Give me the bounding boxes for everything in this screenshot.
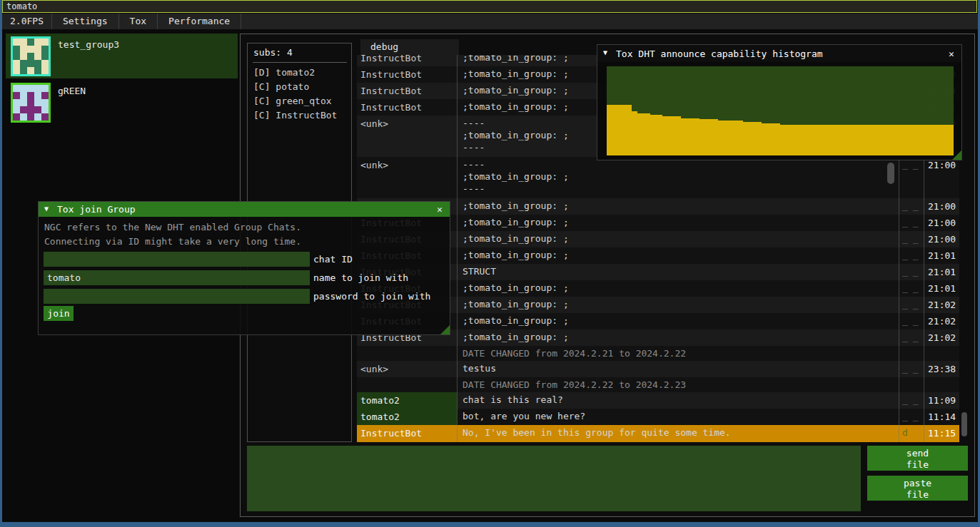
window-scrollbar-thumb[interactable] xyxy=(961,412,967,436)
chat-scrollbar-thumb[interactable] xyxy=(887,163,894,184)
histogram-bar xyxy=(941,125,947,155)
histogram-bar xyxy=(824,125,830,155)
close-icon[interactable]: ✕ xyxy=(434,204,445,215)
column-separator xyxy=(457,157,458,198)
paste-file-button[interactable]: paste file xyxy=(867,476,968,501)
column-separator xyxy=(457,377,458,392)
message-line: testus xyxy=(463,364,895,376)
sender-name: <unk> xyxy=(357,116,457,157)
avatar-pixel xyxy=(13,53,20,60)
sender-name: InstructBot xyxy=(357,99,457,116)
date-row: DATE CHANGED from 2024.2.22 to 2024.2.23 xyxy=(357,377,959,392)
message-row: tomato2chat is this real?__11:09 xyxy=(357,392,959,409)
histogram-bar xyxy=(879,125,886,155)
menu-item-tox[interactable]: Tox xyxy=(119,14,158,29)
send-file-button[interactable]: send file xyxy=(867,446,968,471)
histogram-bar xyxy=(792,125,799,155)
status-mark: _ xyxy=(902,250,908,260)
avatar-pixel xyxy=(20,53,27,60)
column-separator xyxy=(457,425,458,442)
avatar-pixel xyxy=(34,92,41,99)
column-separator xyxy=(457,329,458,346)
status-mark: _ xyxy=(902,233,908,244)
member-item-potato[interactable]: [C] potato xyxy=(253,80,309,94)
message-text: ;tomato_in_group: ; xyxy=(463,234,895,246)
message-row: <unk>testus__23:38 xyxy=(357,361,959,377)
avatar-pixel xyxy=(34,53,41,60)
message-text: ;tomato_in_group: ; xyxy=(463,218,895,230)
message-text: No, I've been in this group for quite so… xyxy=(463,428,895,440)
resize-grip-icon[interactable] xyxy=(440,325,450,334)
histogram-bar xyxy=(699,119,706,155)
avatar-pixel xyxy=(27,53,34,60)
column-separator xyxy=(899,392,899,409)
message-timestamp: 11:15 xyxy=(928,428,956,439)
column-separator xyxy=(899,313,899,329)
message-timestamp: 21:02 xyxy=(928,316,956,327)
group-row-test_group3[interactable]: test_group3 xyxy=(6,34,238,78)
column-separator xyxy=(457,247,458,264)
column-separator xyxy=(457,280,458,297)
message-line: ;tomato_in_group: ; xyxy=(463,172,895,184)
delivery-status: __ xyxy=(902,217,924,227)
close-icon[interactable]: ✕ xyxy=(946,48,957,60)
members-count-label: subs: 4 xyxy=(253,47,293,58)
message-line: ;tomato_in_group: ; xyxy=(463,250,895,262)
histogram-bar xyxy=(817,125,824,155)
histogram-bar xyxy=(644,113,650,155)
join-field-label: chat ID xyxy=(313,254,353,265)
join-field-label: password to join with xyxy=(313,291,430,302)
tab-debug[interactable]: debug xyxy=(360,39,459,55)
status-mark: _ xyxy=(902,315,908,326)
column-separator xyxy=(924,247,924,264)
composer-input[interactable] xyxy=(247,446,861,511)
histogram-bar xyxy=(607,105,613,155)
histogram-bar xyxy=(737,121,743,155)
message-text: ;tomato_in_group: ; xyxy=(463,201,895,213)
histogram-bar xyxy=(922,125,929,155)
avatar-pixel xyxy=(41,92,49,99)
message-line: chat is this real? xyxy=(463,395,895,407)
column-separator xyxy=(457,264,458,280)
column-separator xyxy=(924,280,924,297)
member-item-green_qtox[interactable]: [C] green_qtox xyxy=(253,94,332,108)
avatar-pixel xyxy=(34,85,41,92)
avatar-pixel xyxy=(41,85,49,92)
join-button[interactable]: join xyxy=(44,306,74,321)
group-row-gREEN[interactable]: gREEN xyxy=(6,80,238,125)
message-line: ;tomato_in_group: ; xyxy=(463,201,895,213)
histogram-bar xyxy=(910,125,916,155)
join-field-chat-ID[interactable] xyxy=(44,252,310,267)
avatar-pixel xyxy=(20,106,27,113)
histogram-bar xyxy=(891,125,898,155)
message-text: DATE CHANGED from 2024.2.22 to 2024.2.23 xyxy=(463,380,895,392)
collapse-icon[interactable]: ▼ xyxy=(44,205,49,213)
column-separator xyxy=(899,425,899,442)
menu-item-settings[interactable]: Settings xyxy=(52,14,119,29)
member-item-tomato2[interactable]: [D] tomato2 xyxy=(253,66,315,80)
resize-grip-icon[interactable] xyxy=(952,150,961,160)
histogram-bar xyxy=(811,125,817,155)
status-mark: _ xyxy=(913,233,919,244)
avatar-pixel xyxy=(41,60,49,67)
column-separator xyxy=(457,116,458,157)
histogram-bar xyxy=(867,125,873,155)
collapse-icon[interactable]: ▼ xyxy=(603,48,607,56)
histogram-bar xyxy=(637,113,644,155)
delivery-status: d_ xyxy=(902,427,924,438)
message-timestamp: 21:02 xyxy=(928,300,956,310)
message-text: chat is this real? xyxy=(463,395,895,407)
date-row: DATE CHANGED from 2024.2.21 to 2024.2.22 xyxy=(357,346,959,361)
menu-item-performance[interactable]: Performance xyxy=(158,14,241,29)
join-field-name-to-join-with[interactable] xyxy=(44,270,310,285)
member-item-InstructBot[interactable]: [C] InstructBot xyxy=(253,108,337,123)
message-line: ;tomato_in_group: ; xyxy=(463,283,895,295)
histogram-bar xyxy=(749,122,755,155)
message-timestamp: 23:38 xyxy=(928,364,956,374)
join-field-password-to-join-with[interactable] xyxy=(44,289,310,304)
os-title-bar[interactable]: tomato xyxy=(2,0,977,13)
histogram-window-titlebar[interactable]: ▼ Tox DHT announce capability histogram … xyxy=(597,45,961,62)
avatar-pixel xyxy=(20,113,27,121)
histogram-bar xyxy=(904,125,910,155)
join-window-titlebar[interactable]: ▼ Tox join Group ✕ xyxy=(39,202,450,217)
